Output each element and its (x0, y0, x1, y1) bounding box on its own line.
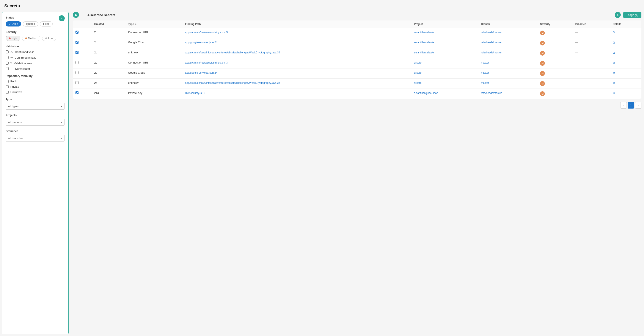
row-2-project: s-santillan/allsafe (411, 48, 478, 58)
confirmed-valid-label: Confirmed valid (15, 50, 34, 54)
row-0-branch-link[interactable]: refs/heads/master (481, 31, 502, 34)
status-open-button[interactable]: Open (6, 21, 21, 26)
validation-error-checkbox[interactable] (6, 62, 9, 65)
row-6-checkbox[interactable] (76, 91, 78, 94)
row-4-copy-icon[interactable]: ⧉ (613, 71, 615, 75)
status-ignored-button[interactable]: Ignored (23, 21, 38, 26)
confirmed-invalid-checkbox[interactable] (6, 56, 9, 59)
row-3-created: 2d (92, 58, 126, 68)
row-6-finding-path: lib/insecurity.js:19 (182, 89, 411, 99)
page-1-button[interactable]: 1 (628, 102, 634, 109)
row-4-finding-path-link[interactable]: app/google-services.json:24 (185, 71, 217, 74)
visibility-private[interactable]: Private (6, 85, 65, 88)
row-3-checkbox[interactable] (76, 61, 78, 64)
type-dropdown[interactable]: All types (6, 103, 65, 110)
row-4-project-link[interactable]: allsafe (414, 71, 422, 74)
validation-confirmed-valid[interactable]: ⚠ Confirmed valid (6, 50, 65, 54)
high-dot (9, 37, 10, 39)
unknown-checkbox[interactable] (6, 91, 9, 94)
validation-error[interactable]: ? Validation error (6, 61, 65, 65)
th-type[interactable]: Type (126, 20, 183, 28)
row-0-copy-icon[interactable]: ⧉ (613, 31, 615, 34)
row-1-project-link[interactable]: s-santillan/allsafe (414, 41, 434, 44)
type-label: Type (6, 98, 65, 101)
row-5-details: ⧉ (610, 79, 642, 89)
row-2-finding-path-link[interactable]: app/src/main/java/infosecadventures/alls… (185, 51, 280, 54)
deselect-button[interactable]: — (81, 13, 86, 17)
row-2-type: unknown (126, 48, 183, 58)
visibility-public[interactable]: Public (6, 80, 65, 83)
severity-low-button[interactable]: Low (42, 36, 56, 41)
th-check (73, 20, 92, 28)
row-4-branch: master (478, 68, 538, 79)
severity-high-button[interactable]: High (6, 36, 20, 41)
row-0-details: ⧉ (610, 28, 642, 38)
table-row: 21dPrivate Keylib/insecurity.js:19s-sant… (73, 89, 642, 99)
low-dot (45, 37, 47, 39)
row-2-checkbox[interactable] (76, 51, 78, 54)
content-header: b — 4 selected secrets c Triage (4) (73, 12, 642, 18)
row-5-checkbox[interactable] (76, 81, 78, 84)
triage-button[interactable]: Triage (4) (623, 12, 642, 18)
status-fixed-button[interactable]: Fixed (40, 21, 52, 26)
row-5-branch-link[interactable]: master (481, 81, 489, 84)
row-1-finding-path-link[interactable]: app/google-services.json:24 (185, 41, 217, 44)
validation-no-validator[interactable]: — No validator (6, 67, 65, 70)
th-details: Details (610, 20, 642, 28)
row-0-branch: refs/heads/master (478, 28, 538, 38)
row-4-details: ⧉ (610, 68, 642, 79)
public-checkbox[interactable] (6, 80, 9, 83)
row-4-branch-link[interactable]: master (481, 71, 489, 74)
prev-page-button[interactable]: ‹ (620, 102, 627, 109)
public-label: Public (10, 80, 18, 83)
row-1-checkbox[interactable] (76, 41, 78, 44)
header-right: c Triage (4) (615, 12, 642, 18)
validation-list: ⚠ Confirmed valid ⇌ Confirmed invalid ? … (6, 50, 65, 70)
row-0-checkbox[interactable] (76, 31, 78, 34)
severity-medium-button[interactable]: Medium (22, 36, 40, 41)
row-0-finding-path-link[interactable]: app/src/main/res/values/strings.xml:3 (185, 31, 228, 34)
branches-dropdown[interactable]: All branches (6, 135, 65, 142)
row-6-project-link[interactable]: s-santillan/juice-shop (414, 92, 438, 95)
row-4-type: Google Cloud (126, 68, 183, 79)
next-page-button[interactable]: › (635, 102, 642, 109)
private-checkbox[interactable] (6, 85, 9, 88)
row-3-copy-icon[interactable]: ⧉ (613, 61, 615, 64)
visibility-unknown[interactable]: Unknown (6, 90, 65, 94)
row-4-checkbox[interactable] (76, 71, 78, 74)
projects-dropdown[interactable]: All projects (6, 119, 65, 126)
no-validator-label: No validator (15, 67, 30, 70)
no-validator-checkbox[interactable] (6, 67, 9, 70)
row-3-branch-link[interactable]: master (481, 61, 489, 64)
row-6-severity-badge: M (540, 91, 545, 96)
row-3-finding-path-link[interactable]: app/src/main/res/values/strings.xml:3 (185, 61, 228, 64)
row-5-finding-path-link[interactable]: app/src/main/java/infosecadventures/alls… (185, 81, 280, 84)
confirmed-valid-checkbox[interactable] (6, 50, 9, 53)
row-0-severity: M (538, 28, 572, 38)
row-6-copy-icon[interactable]: ⧉ (613, 91, 615, 95)
row-1-copy-icon[interactable]: ⧉ (613, 41, 615, 44)
unknown-label: Unknown (10, 90, 22, 94)
row-5-copy-icon[interactable]: ⧉ (613, 81, 615, 85)
severity-section: Severity High Medium Low (6, 30, 65, 41)
secrets-table: Created Type Finding Path Project Branch… (73, 20, 642, 99)
row-2-copy-icon[interactable]: ⧉ (613, 51, 615, 54)
row-6-finding-path-link[interactable]: lib/insecurity.js:19 (185, 92, 205, 95)
row-2-severity-badge: M (540, 51, 545, 56)
medium-dot (25, 37, 27, 39)
badge-a: a (59, 15, 65, 21)
row-2-project-link[interactable]: s-santillan/allsafe (414, 51, 434, 54)
branches-label: Branches (6, 130, 65, 133)
row-3-details: ⧉ (610, 58, 642, 68)
validation-section: Validation ⚠ Confirmed valid ⇌ Confirmed… (6, 45, 65, 70)
row-5-project-link[interactable]: allsafe (414, 81, 422, 84)
row-3-project-link[interactable]: allsafe (414, 61, 422, 64)
main-layout: Status a Open Ignored Fixed Severity Hig… (0, 10, 644, 336)
row-2-branch-link[interactable]: refs/heads/master (481, 51, 502, 54)
row-1-branch-link[interactable]: refs/heads/master (481, 41, 502, 44)
row-6-branch-link[interactable]: refs/heads/master (481, 92, 502, 95)
validation-confirmed-invalid[interactable]: ⇌ Confirmed invalid (6, 56, 65, 59)
row-1-branch: refs/heads/master (478, 38, 538, 48)
row-1-severity: M (538, 38, 572, 48)
row-0-project-link[interactable]: s-santillan/allsafe (414, 31, 434, 34)
